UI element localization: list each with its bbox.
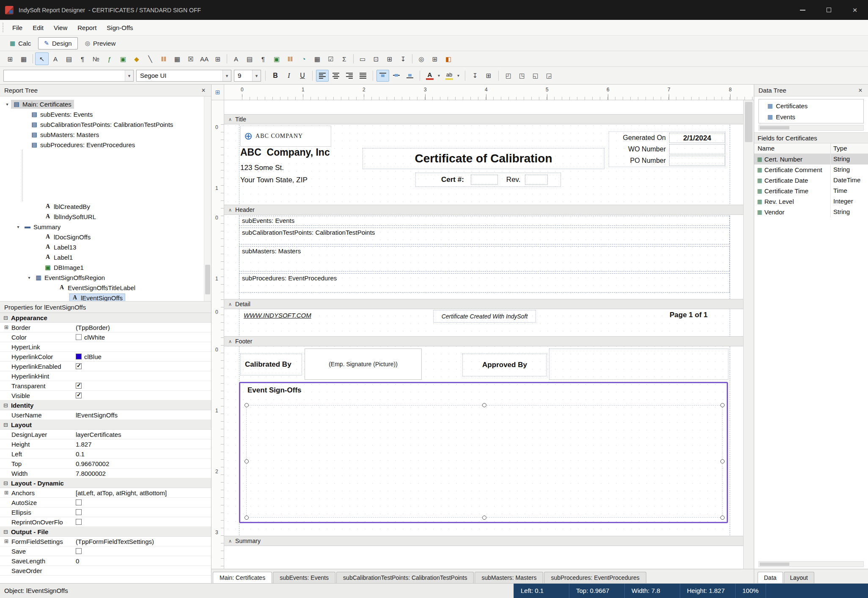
field-row[interactable]: ▦ Rev. Level Integer: [754, 196, 868, 207]
highlight-color-dropdown[interactable]: ▾: [455, 70, 461, 82]
bring-to-front-button[interactable]: ◰: [502, 70, 515, 82]
property-value[interactable]: 1.827: [76, 441, 211, 448]
property-row[interactable]: Transparent: [0, 381, 211, 391]
checkbox[interactable]: [76, 509, 82, 515]
collapse-icon[interactable]: ⊟: [3, 402, 8, 409]
checkbox[interactable]: [76, 363, 82, 369]
tree-item[interactable]: A Label13: [0, 242, 211, 252]
property-value[interactable]: [76, 392, 211, 398]
grid-options-icon[interactable]: ⊞: [428, 52, 442, 65]
menu-item[interactable]: File: [7, 21, 27, 34]
property-value[interactable]: [76, 363, 211, 369]
font-color-button[interactable]: A: [423, 70, 436, 82]
menu-item[interactable]: View: [49, 21, 72, 34]
property-value[interactable]: [76, 383, 211, 389]
page-tab[interactable]: subProcedures: EventProcedures: [544, 572, 646, 583]
collapse-band-icon[interactable]: ∧: [228, 207, 232, 213]
collapse-band-icon[interactable]: ∧: [228, 339, 232, 344]
region-tool-icon[interactable]: ▭: [356, 52, 369, 65]
page-tab[interactable]: subEvents: Events: [273, 572, 335, 583]
property-value[interactable]: [76, 509, 211, 515]
property-value[interactable]: clWhite: [76, 334, 211, 341]
tree-item[interactable]: ▤ subProcedures: EventProcedures: [0, 140, 211, 150]
scrollbar-thumb[interactable]: [760, 562, 789, 566]
collapse-band-icon[interactable]: ∧: [228, 302, 232, 307]
dbbarcode-tool-icon[interactable]: ‖‖: [283, 52, 297, 65]
property-row[interactable]: HyperlinkHint: [0, 371, 211, 381]
event-signoffs-title[interactable]: Event Sign-Offs: [247, 386, 302, 395]
align-justify-button[interactable]: [357, 70, 369, 82]
subreport-masters[interactable]: subMasters: Masters: [239, 246, 730, 272]
property-value[interactable]: 7.8000002: [76, 470, 211, 477]
company-name-label[interactable]: ABC Company, Inc: [240, 147, 330, 158]
pagebreak-tool-icon[interactable]: ↧: [396, 52, 410, 65]
tree-item[interactable]: ▤ subCalibrationTestPoints: CalibrationT…: [0, 119, 211, 129]
tree-item[interactable]: A lDocSignOffs: [0, 232, 211, 242]
selection-handle[interactable]: [482, 403, 486, 407]
tree-expander-icon[interactable]: ▾: [25, 275, 33, 280]
tree-item[interactable]: ▤ subEvents: Events: [0, 109, 211, 119]
page-number-label[interactable]: Page 1 of 1: [670, 311, 708, 319]
minimize-button[interactable]: [789, 0, 816, 20]
property-value[interactable]: (TppFormFieldTextSettings): [76, 538, 211, 545]
panel-tab[interactable]: Data: [758, 572, 783, 583]
autosize-text-tool-icon[interactable]: AA: [198, 52, 211, 65]
panel-bottom-scrollbar[interactable]: [758, 561, 864, 567]
property-row[interactable]: HyperlinkColor clBlue: [0, 352, 211, 362]
tree-item[interactable]: A lblCreatedBy: [0, 201, 211, 211]
font-color-dropdown[interactable]: ▾: [436, 70, 442, 82]
scrollbar-thumb[interactable]: [760, 126, 789, 129]
anchor-button[interactable]: ↧: [469, 70, 481, 82]
property-row[interactable]: Height 1.827: [0, 439, 211, 449]
property-row[interactable]: Top 0.96670002: [0, 459, 211, 469]
close-icon[interactable]: ×: [199, 87, 208, 94]
property-row[interactable]: HyperLink: [0, 342, 211, 352]
tree-item[interactable]: ▾ ▬ Summary: [0, 222, 211, 232]
tree-item[interactable]: A lblIndySoftURL: [0, 211, 211, 222]
property-row[interactable]: ⊞ Border (TppBorder): [0, 323, 211, 332]
data-tree-item[interactable]: ▦ Events: [759, 111, 863, 122]
selection-handle[interactable]: [720, 459, 725, 464]
tree-item[interactable]: ▣ DBImage1: [0, 262, 211, 272]
band-header-detail[interactable]: ∧ Detail: [224, 299, 743, 309]
rev-field[interactable]: [525, 175, 548, 185]
expand-icon[interactable]: ⊞: [4, 490, 11, 496]
property-row[interactable]: UserName lEventSignOffs: [0, 410, 211, 420]
property-value[interactable]: [atLeft, atTop, atRight, atBottom]: [76, 489, 211, 497]
field-row[interactable]: ▦ Cert. Number String: [754, 154, 868, 165]
menu-item[interactable]: Edit: [27, 21, 49, 34]
property-section[interactable]: ⊟ Layout: [0, 420, 211, 430]
column-header-name[interactable]: Name: [754, 143, 830, 154]
font-size-combo[interactable]: 9 ▾: [234, 70, 261, 82]
property-row[interactable]: Left 0.1: [0, 449, 211, 459]
property-value[interactable]: 0: [76, 557, 211, 565]
select-tool-icon[interactable]: ↖: [35, 52, 49, 65]
property-value[interactable]: [76, 548, 211, 554]
calc-variable-tool-icon[interactable]: ƒ: [103, 52, 116, 65]
panel-tab[interactable]: Layout: [784, 572, 814, 583]
property-section[interactable]: ⊟ Appearance: [0, 313, 211, 323]
subreport-calibration-testpoints[interactable]: subCalibrationTestPoints: CalibrationTes…: [239, 228, 730, 244]
align-center-button[interactable]: [330, 70, 342, 82]
page-setup-icon[interactable]: ⊞: [3, 52, 17, 65]
selection-handle[interactable]: [244, 403, 249, 407]
band-header-header[interactable]: ∧ Header: [224, 205, 743, 215]
tree-item[interactable]: ▤ subMasters: Masters: [0, 129, 211, 140]
crosstab-tool-icon[interactable]: ⊞: [383, 52, 396, 65]
company-logo[interactable]: ⊕ ABC COMPANY: [240, 126, 331, 147]
website-label[interactable]: WWW.INDYSOFT.COM: [244, 312, 311, 319]
report-tree-scrollbar[interactable]: [204, 96, 211, 301]
property-value[interactable]: [76, 499, 211, 505]
collapse-icon[interactable]: ⊟: [3, 480, 8, 486]
bold-button[interactable]: B: [269, 70, 282, 82]
system-variable-tool-icon[interactable]: №: [89, 52, 103, 65]
dbcalc-tool-icon[interactable]: Σ: [338, 52, 351, 65]
subreport-tool-icon[interactable]: ⊡: [369, 52, 383, 65]
calibrated-by-label[interactable]: Calibrated By: [240, 354, 302, 376]
label-tool-icon[interactable]: A: [49, 52, 62, 65]
dbrichtext-tool-icon[interactable]: ¶: [256, 52, 270, 65]
dbchart-tool-icon[interactable]: ◔: [297, 52, 310, 65]
align-right-button[interactable]: [343, 70, 356, 82]
property-row[interactable]: Width 7.8000002: [0, 469, 211, 478]
address-line2-label[interactable]: Your Town State, ZIP: [240, 176, 308, 184]
